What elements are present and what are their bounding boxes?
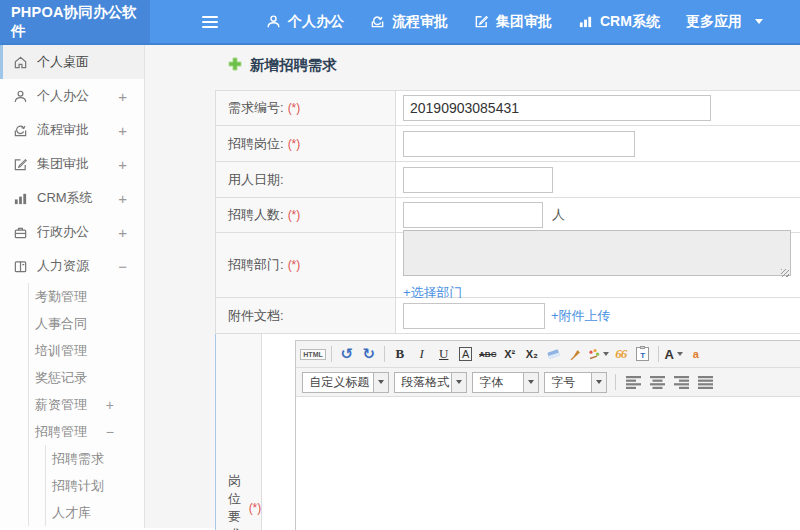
editor-toolbar-row2: 自定义标题 段落格式 字体 字号	[296, 368, 800, 397]
sidebar-item-recruitment-mgmt[interactable]: 招聘管理 −	[29, 418, 144, 445]
blockquote-button[interactable]: 66	[611, 344, 631, 364]
headcount-input[interactable]	[403, 202, 543, 228]
nav-personal-office[interactable]: 个人办公	[266, 13, 344, 31]
required-mark: (*)	[288, 101, 301, 115]
sidebar-item-personal-desktop[interactable]: 个人桌面	[0, 45, 144, 79]
recruitment-request-form: 需求编号: (*) 招聘岗位: (*) 用人日期:	[215, 90, 800, 530]
page-title: 新增招聘需求	[228, 56, 337, 75]
sidebar-item-personal-office[interactable]: 个人办公 +	[0, 79, 144, 113]
html-source-button[interactable]: HTML	[300, 344, 325, 364]
sidebar-item-group-approval[interactable]: 集团审批 +	[0, 147, 144, 181]
chevron-down-icon[interactable]	[755, 19, 763, 24]
undo-button[interactable]: ↺	[337, 344, 357, 364]
bar-chart-icon	[12, 191, 28, 206]
nav-workflow-approval[interactable]: 流程审批	[370, 13, 448, 31]
form-row-request-no: 需求编号: (*)	[215, 91, 800, 126]
expand-plus-icon[interactable]: +	[118, 88, 127, 105]
required-mark: (*)	[288, 208, 301, 222]
sidebar-item-attendance-mgmt[interactable]: 考勤管理	[29, 283, 144, 310]
sidebar-item-reward-punishment[interactable]: 奖惩记录	[29, 364, 144, 391]
sidebar-item-admin-office[interactable]: 行政办公 +	[0, 215, 144, 249]
expand-plus-icon[interactable]: +	[118, 224, 127, 241]
nav-crm-system[interactable]: CRM系统	[578, 13, 660, 31]
align-left-icon[interactable]	[624, 372, 643, 392]
chevron-down-icon	[373, 373, 388, 392]
form-row-headcount: 招聘人数: (*) 人	[215, 198, 800, 233]
align-center-icon[interactable]	[648, 372, 667, 392]
nav-more-apps[interactable]: 更多应用	[686, 13, 742, 31]
hr-submenu: 考勤管理 人事合同 培训管理 奖惩记录 薪资管理 + 招聘管理 − 招聘需求	[28, 283, 144, 526]
italic-button[interactable]: I	[412, 344, 432, 364]
sidebar-item-recruitment-plan[interactable]: 招聘计划	[46, 472, 144, 499]
expand-plus-icon[interactable]: +	[118, 122, 127, 139]
char-border-button[interactable]: A	[456, 344, 476, 364]
align-right-icon[interactable]	[672, 372, 691, 392]
expand-plus-icon[interactable]: +	[106, 397, 114, 413]
person-icon	[266, 14, 281, 29]
sidebar-item-talent-pool[interactable]: 人才库	[46, 499, 144, 526]
department-textarea[interactable]	[403, 230, 791, 276]
sidebar-item-hr-contracts[interactable]: 人事合同	[29, 310, 144, 337]
main-content: 新增招聘需求 需求编号: (*) 招聘岗位: (*)	[145, 45, 800, 528]
attachment-upload-link[interactable]: +附件上传	[551, 307, 611, 325]
subscript-button[interactable]: X₂	[522, 344, 542, 364]
menu-toggle-icon[interactable]	[202, 16, 218, 28]
edit-square-icon	[12, 157, 28, 172]
hire-date-input[interactable]	[403, 167, 553, 193]
collapse-minus-icon[interactable]: −	[106, 424, 114, 440]
workflow-icon	[370, 14, 385, 29]
form-row-requirements: 岗位要求: (*) HTML ↺ ↻ B I U	[215, 334, 800, 530]
hr-book-icon	[12, 259, 28, 274]
form-row-department: 招聘部门: (*) +选择部门	[215, 233, 800, 298]
align-justify-icon[interactable]	[696, 372, 715, 392]
required-mark: (*)	[249, 501, 262, 515]
chevron-down-icon	[523, 373, 538, 392]
headcount-unit: 人	[552, 206, 565, 224]
expand-plus-icon[interactable]: +	[118, 190, 127, 207]
chevron-down-icon	[591, 373, 606, 392]
sidebar-item-recruitment-request[interactable]: 招聘需求	[46, 445, 144, 472]
form-row-hire-date: 用人日期:	[215, 162, 800, 198]
editor-content-area[interactable]	[296, 397, 800, 530]
request-no-input[interactable]	[403, 95, 711, 121]
nav-group-approval[interactable]: 集团审批	[474, 13, 552, 31]
resize-grip[interactable]	[781, 269, 789, 277]
paste-as-text-button[interactable]: T	[633, 344, 653, 364]
position-input[interactable]	[403, 131, 635, 157]
sidebar-item-training-mgmt[interactable]: 培训管理	[29, 337, 144, 364]
paragraph-format-select[interactable]: 段落格式	[394, 372, 467, 393]
brush-button[interactable]	[566, 344, 586, 364]
clipboard-icon: T	[636, 347, 649, 361]
home-icon	[12, 55, 28, 70]
collapse-minus-icon[interactable]: −	[118, 258, 127, 275]
bold-button[interactable]: B	[390, 344, 410, 364]
sidebar-item-salary-mgmt[interactable]: 薪资管理 +	[29, 391, 144, 418]
required-mark: (*)	[288, 258, 301, 272]
chevron-down-icon	[603, 352, 609, 356]
font-size-select[interactable]: 字号	[544, 372, 607, 393]
superscript-button[interactable]: X²	[500, 344, 520, 364]
font-color-button[interactable]: A	[664, 344, 684, 364]
briefcase-icon	[12, 225, 28, 240]
sidebar: 个人桌面 个人办公 + 流程审批 + 集团审批	[0, 45, 145, 528]
sidebar-item-human-resources[interactable]: 人力资源 −	[0, 249, 144, 283]
eraser-button[interactable]	[544, 344, 564, 364]
form-row-attachment: 附件文档: +附件上传	[215, 298, 800, 334]
attachment-input[interactable]	[403, 303, 545, 329]
color-dots-button[interactable]	[588, 344, 609, 364]
background-color-button[interactable]: a	[686, 344, 706, 364]
chevron-down-icon	[677, 352, 683, 356]
underline-button[interactable]: U	[434, 344, 454, 364]
top-bar: PHPOA协同办公软件 个人办公 流程审批 集团审批	[0, 0, 800, 45]
sidebar-item-workflow-approval[interactable]: 流程审批 +	[0, 113, 144, 147]
sidebar-item-crm-system[interactable]: CRM系统 +	[0, 181, 144, 215]
editor-toolbar-row1: HTML ↺ ↻ B I U A ABC X² X₂	[296, 341, 800, 368]
top-nav: 个人办公 流程审批 集团审批 CRM系统 更多应	[150, 0, 800, 43]
form-row-position: 招聘岗位: (*)	[215, 126, 800, 162]
rich-text-editor: HTML ↺ ↻ B I U A ABC X² X₂	[295, 340, 800, 530]
custom-heading-select[interactable]: 自定义标题	[302, 372, 389, 393]
expand-plus-icon[interactable]: +	[118, 156, 127, 173]
redo-button[interactable]: ↻	[359, 344, 379, 364]
font-family-select[interactable]: 字体	[472, 372, 539, 393]
strikethrough-button[interactable]: ABC	[478, 344, 498, 364]
